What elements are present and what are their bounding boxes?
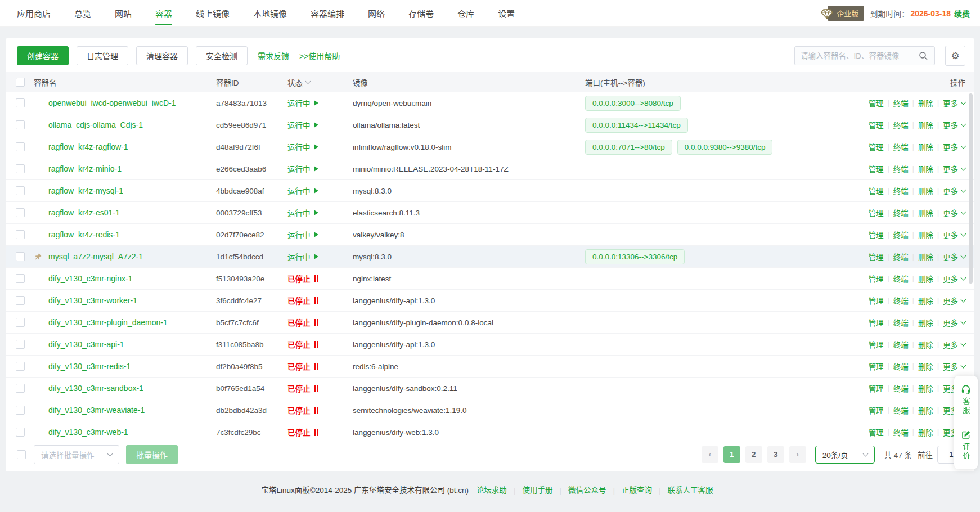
footer-link-论坛求助[interactable]: 论坛求助	[476, 486, 507, 495]
row-checkbox[interactable]	[16, 98, 25, 107]
footer-link-联系人工客服[interactable]: 联系人工客服	[667, 486, 713, 495]
action-manage[interactable]: 管理	[869, 273, 884, 284]
action-terminal[interactable]: 终端	[893, 251, 909, 262]
row-checkbox[interactable]	[16, 428, 25, 437]
action-terminal[interactable]: 终端	[893, 163, 909, 174]
create-container-button[interactable]: 创建容器	[17, 46, 69, 65]
action-terminal[interactable]: 终端	[893, 361, 909, 372]
action-delete[interactable]: 删除	[918, 273, 933, 284]
container-name-link[interactable]: ragflow_kr4z-minio-1	[48, 164, 122, 173]
action-delete[interactable]: 删除	[918, 295, 933, 306]
action-delete[interactable]: 删除	[918, 317, 933, 328]
action-terminal[interactable]: 终端	[893, 426, 909, 437]
container-name-link[interactable]: mysql_a7z2-mysql_A7z2-1	[48, 252, 143, 261]
row-checkbox[interactable]	[16, 120, 25, 129]
nav-item-设置[interactable]: 设置	[498, 0, 515, 26]
action-manage[interactable]: 管理	[869, 119, 884, 131]
row-checkbox[interactable]	[16, 318, 25, 327]
next-page-button[interactable]: ›	[789, 446, 806, 463]
action-manage[interactable]: 管理	[869, 97, 884, 109]
page-size-select[interactable]: 20条/页	[815, 446, 875, 464]
action-manage[interactable]: 管理	[869, 141, 884, 152]
scrollbar-thumb[interactable]	[969, 93, 973, 284]
action-terminal[interactable]: 终端	[893, 273, 909, 284]
row-checkbox[interactable]	[16, 186, 25, 195]
nav-item-容器编排[interactable]: 容器编排	[311, 0, 344, 26]
action-terminal[interactable]: 终端	[893, 317, 909, 328]
clean-container-button[interactable]: 清理容器	[136, 46, 188, 65]
action-delete[interactable]: 删除	[918, 405, 933, 416]
container-name-link[interactable]: dify_v130_c3mr-sandbox-1	[48, 384, 143, 393]
prev-page-button[interactable]: ‹	[702, 446, 718, 463]
action-manage[interactable]: 管理	[869, 405, 884, 416]
page-button-3[interactable]: 3	[767, 446, 784, 463]
action-manage[interactable]: 管理	[869, 229, 884, 240]
nav-item-本地镜像[interactable]: 本地镜像	[253, 0, 287, 26]
container-name-link[interactable]: ollama_cdjs-ollama_Cdjs-1	[48, 120, 143, 129]
search-button[interactable]	[911, 47, 934, 65]
nav-item-存储卷[interactable]: 存储卷	[408, 0, 434, 26]
action-terminal[interactable]: 终端	[893, 207, 909, 218]
action-more[interactable]: 更多	[943, 361, 965, 372]
action-delete[interactable]: 删除	[918, 207, 933, 218]
container-name-link[interactable]: ragflow_kr4z-es01-1	[48, 208, 120, 217]
row-checkbox[interactable]	[16, 230, 25, 239]
container-name-link[interactable]: dify_v130_c3mr-api-1	[48, 340, 124, 349]
row-checkbox[interactable]	[16, 362, 25, 371]
nav-item-应用商店[interactable]: 应用商店	[17, 0, 51, 26]
action-delete[interactable]: 删除	[918, 97, 933, 109]
action-more[interactable]: 更多	[943, 207, 965, 218]
action-delete[interactable]: 删除	[918, 119, 933, 131]
security-check-button[interactable]: 安全检测	[196, 46, 248, 65]
container-name-link[interactable]: dify_v130_c3mr-weaviate-1	[48, 406, 145, 415]
header-status-filter[interactable]: 状态	[287, 77, 353, 88]
action-more[interactable]: 更多	[943, 317, 965, 328]
container-name-link[interactable]: dify_v130_c3mr-nginx-1	[48, 274, 132, 283]
action-delete[interactable]: 删除	[918, 163, 933, 174]
batch-action-button[interactable]: 批量操作	[126, 445, 178, 464]
nav-item-总览[interactable]: 总览	[74, 0, 91, 26]
container-name-link[interactable]: dify_v130_c3mr-web-1	[48, 428, 128, 437]
container-name-link[interactable]: ragflow_kr4z-ragflow-1	[48, 142, 128, 151]
action-more[interactable]: 更多	[943, 251, 965, 262]
row-checkbox[interactable]	[16, 384, 25, 393]
action-terminal[interactable]: 终端	[893, 383, 909, 394]
settings-button[interactable]: ⚙	[945, 46, 965, 66]
container-name-link[interactable]: ragflow_kr4z-mysql-1	[48, 186, 123, 195]
select-all-checkbox[interactable]	[16, 78, 25, 87]
action-delete[interactable]: 删除	[918, 383, 933, 394]
action-terminal[interactable]: 终端	[893, 185, 909, 196]
log-manage-button[interactable]: 日志管理	[77, 46, 128, 65]
action-delete[interactable]: 删除	[918, 229, 933, 240]
container-name-link[interactable]: dify_v130_c3mr-worker-1	[48, 296, 137, 305]
feedback-link[interactable]: 需求反馈	[258, 50, 289, 61]
action-manage[interactable]: 管理	[869, 185, 884, 196]
action-terminal[interactable]: 终端	[893, 141, 909, 152]
page-button-2[interactable]: 2	[745, 446, 762, 463]
action-manage[interactable]: 管理	[869, 383, 884, 394]
footer-link-使用手册[interactable]: 使用手册	[522, 486, 552, 495]
row-checkbox[interactable]	[16, 340, 25, 349]
row-checkbox[interactable]	[16, 208, 25, 217]
action-terminal[interactable]: 终端	[893, 119, 909, 131]
search-input[interactable]	[795, 47, 911, 65]
nav-item-网络[interactable]: 网络	[368, 0, 385, 26]
nav-item-网站[interactable]: 网站	[115, 0, 132, 26]
action-terminal[interactable]: 终端	[893, 405, 909, 416]
action-delete[interactable]: 删除	[918, 185, 933, 196]
action-more[interactable]: 更多	[943, 295, 965, 306]
action-more[interactable]: 更多	[943, 229, 965, 240]
review-button[interactable]: 评价	[961, 430, 972, 461]
action-manage[interactable]: 管理	[869, 317, 884, 328]
row-checkbox[interactable]	[16, 252, 25, 261]
page-button-1[interactable]: 1	[723, 446, 740, 463]
row-checkbox[interactable]	[16, 164, 25, 173]
row-checkbox[interactable]	[16, 142, 25, 151]
action-more[interactable]: 更多	[943, 185, 965, 196]
action-terminal[interactable]: 终端	[893, 295, 909, 306]
row-checkbox[interactable]	[16, 406, 25, 415]
nav-item-容器[interactable]: 容器	[155, 0, 172, 26]
batch-action-select[interactable]: 请选择批量操作	[34, 445, 119, 464]
action-delete[interactable]: 删除	[918, 361, 933, 372]
action-delete[interactable]: 删除	[918, 141, 933, 152]
